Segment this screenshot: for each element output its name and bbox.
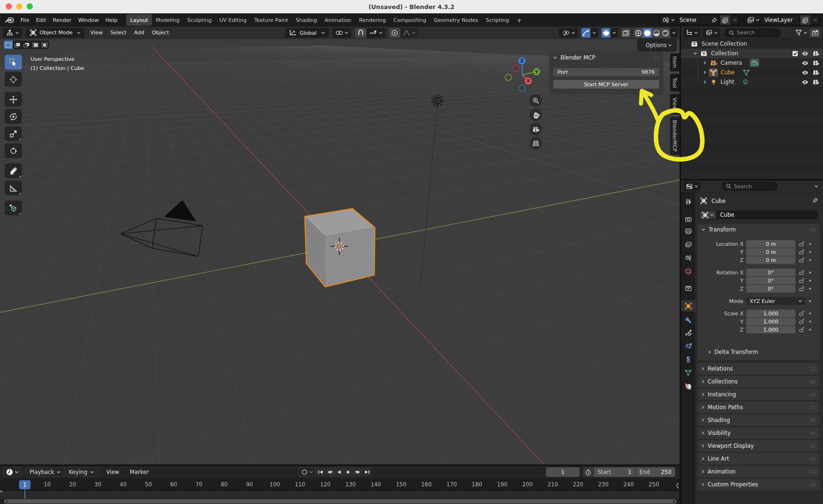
properties-tab-material[interactable] [681,381,695,392]
material-shading-button[interactable] [652,28,661,38]
timeline-menu-view[interactable]: View [101,469,124,475]
new-scene-button[interactable] [720,15,730,25]
lock-icon[interactable] [799,241,804,247]
workspace-tab-texture-paint[interactable]: Texture Paint [251,14,292,26]
panel-grip-icon[interactable] [810,405,816,410]
eye-icon[interactable] [802,51,809,56]
current-frame-field[interactable]: 1 [546,467,579,477]
select-subtract-icon[interactable] [22,40,31,49]
sidebar-tab-item[interactable]: Item [670,53,680,71]
lock-icon[interactable] [799,278,804,283]
panel-instancing[interactable]: Instancing [698,389,820,400]
gizmo-y-axis[interactable]: Y [533,68,540,75]
new-viewlayer-button[interactable] [800,15,810,25]
timeline-menu-playback[interactable]: Playback [26,469,64,475]
tool-transform-button[interactable] [5,143,22,158]
panel-grip-icon[interactable] [810,431,816,435]
viewport-menu-add[interactable]: Add [130,30,148,36]
properties-tab-object[interactable] [681,300,695,312]
viewlayer-name[interactable]: ViewLayer [762,17,800,23]
properties-tab-constraints[interactable] [681,353,695,365]
proportional-falloff-button[interactable] [400,28,418,38]
animate-dot[interactable] [809,280,811,282]
workspace-tab-shading[interactable]: Shading [292,14,321,26]
properties-editor-type-button[interactable] [683,181,701,191]
workspace-tab-modeling[interactable]: Modeling [152,14,183,26]
camera-toggle-icon[interactable] [812,50,819,56]
viewport-canvas[interactable] [0,39,681,465]
viewport-timeline-divider[interactable] [0,464,681,466]
animate-dot[interactable] [809,312,811,314]
sidebar-tab-view[interactable]: View [670,94,680,114]
lock-icon[interactable] [799,270,804,275]
panel-collapse-icon[interactable] [553,56,557,59]
timeline-menu-marker[interactable]: Marker [124,469,154,475]
panel-grip-icon[interactable] [810,380,816,384]
outliner-search-input[interactable]: Search [724,29,781,37]
lock-icon[interactable] [799,311,804,316]
animate-dot[interactable] [809,259,811,261]
viewport-menu-view[interactable]: View [86,30,106,36]
menu-render[interactable]: Render [50,13,75,27]
checkbox-icon[interactable] [792,50,798,57]
eye-icon[interactable] [802,60,809,66]
menu-edit[interactable]: Edit [32,13,49,27]
expand-panel-arrow[interactable]: ▸ [0,488,3,494]
disclosure-collapsed-icon[interactable] [701,71,709,74]
scrollbar-thumb[interactable] [4,499,677,504]
outliner-item-camera[interactable]: Camera [681,58,823,68]
y-field[interactable]: 1.000 [746,318,795,325]
camera-toggle-icon[interactable] [812,70,819,75]
gizmo-x-axis[interactable]: X [525,78,532,85]
menu-window[interactable]: Window [75,13,102,27]
outliner-editor-type-button[interactable] [683,28,701,38]
panel-relations[interactable]: Relations [698,363,820,374]
panel-grip-icon[interactable] [653,56,659,60]
snap-settings-button[interactable] [366,28,385,38]
remove-viewlayer-button[interactable] [810,15,820,25]
lock-icon[interactable] [799,249,804,255]
animate-dot[interactable] [809,300,811,302]
panel-collections[interactable]: Collections [698,376,820,387]
timeline-menu-keying[interactable]: Keying [64,469,98,475]
gizmo-minus-z-axis[interactable] [519,85,525,91]
lock-icon[interactable] [799,319,804,324]
pin-icon[interactable] [711,17,717,23]
animate-dot[interactable] [809,251,811,253]
minimize-window-button[interactable] [16,3,22,10]
outliner-display-mode-button[interactable] [703,28,720,38]
panel-grip-icon[interactable] [810,444,816,448]
properties-tab-particles[interactable] [681,327,695,338]
zoom-button[interactable] [529,94,542,107]
pivot-point-selector[interactable] [333,28,351,38]
properties-tab-world[interactable] [681,265,695,277]
id-type-button[interactable] [699,211,716,219]
scene-name[interactable]: Scene [677,17,711,23]
options-button[interactable]: Options [642,41,676,50]
ortho-toggle-button[interactable] [529,137,542,150]
disclosure-collapsed-icon[interactable] [701,80,709,84]
blender-logo-icon[interactable] [4,16,15,24]
select-set-icon[interactable] [4,40,13,49]
panel-viewport-display[interactable]: Viewport Display [698,440,820,452]
play-button[interactable] [344,467,354,477]
gizmo-z-axis[interactable]: Z [518,57,526,64]
animate-dot[interactable] [809,321,811,323]
select-extend-icon[interactable] [13,40,22,49]
panel-grip-icon[interactable] [810,228,816,232]
animate-dot[interactable] [809,329,811,331]
outliner-item-scene-collection[interactable]: Scene Collection [681,39,823,49]
end-frame-field[interactable]: End 250 [636,467,675,477]
add-workspace-button[interactable]: + [513,17,526,24]
rotation-x-field[interactable]: 0° [746,269,795,276]
mode-dropdown[interactable]: XYZ Euler [746,297,805,305]
delta-transform-panel-header[interactable]: Delta Transform [708,349,758,355]
lock-icon[interactable] [799,327,804,333]
properties-tab-collection[interactable] [681,282,695,294]
properties-tab-modifiers[interactable] [681,314,695,325]
tool-scale-button[interactable] [5,126,22,141]
viewlayer-browse-button[interactable] [744,15,762,25]
eye-icon[interactable] [802,80,809,85]
disclosure-collapsed-icon[interactable] [701,61,709,65]
current-frame-marker[interactable]: 1 [19,480,30,489]
